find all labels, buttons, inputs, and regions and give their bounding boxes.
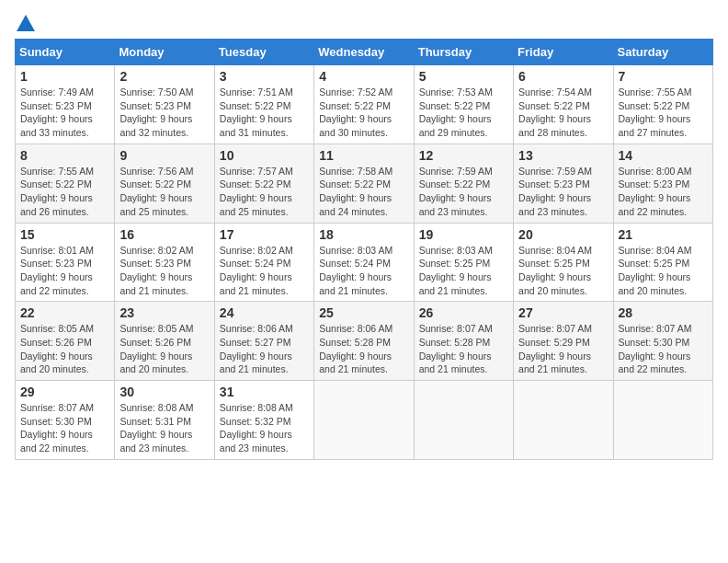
empty-cell: [414, 381, 513, 460]
day-info: Sunrise: 8:06 AMSunset: 5:27 PMDaylight:…: [220, 323, 293, 374]
day-info: Sunrise: 8:07 AMSunset: 5:30 PMDaylight:…: [20, 402, 94, 454]
day-number: 12: [419, 148, 508, 163]
calendar-day-cell: 9 Sunrise: 7:56 AMSunset: 5:22 PMDayligh…: [115, 144, 214, 223]
day-number: 27: [518, 305, 608, 320]
calendar-day-cell: 30 Sunrise: 8:08 AMSunset: 5:31 PMDaylig…: [115, 381, 214, 460]
day-number: 22: [20, 305, 109, 320]
day-number: 23: [119, 305, 209, 320]
day-number: 30: [119, 385, 209, 399]
logo-triangle-icon: [17, 15, 35, 31]
day-info: Sunrise: 7:57 AMSunset: 5:22 PMDaylight:…: [220, 166, 293, 217]
calendar-day-cell: 22 Sunrise: 8:05 AMSunset: 5:26 PMDaylig…: [16, 302, 115, 381]
day-info: Sunrise: 8:00 AMSunset: 5:23 PMDaylight:…: [619, 166, 692, 217]
day-number: 14: [619, 148, 708, 163]
calendar-day-cell: 28 Sunrise: 8:07 AMSunset: 5:30 PMDaylig…: [613, 302, 712, 381]
day-info: Sunrise: 7:50 AMSunset: 5:23 PMDaylight:…: [119, 86, 193, 138]
day-number: 24: [220, 305, 309, 320]
day-info: Sunrise: 7:58 AMSunset: 5:22 PMDaylight:…: [319, 166, 392, 217]
day-info: Sunrise: 8:02 AMSunset: 5:23 PMDaylight:…: [119, 245, 193, 296]
calendar-day-cell: 19 Sunrise: 8:03 AMSunset: 5:25 PMDaylig…: [414, 223, 513, 302]
calendar-day-cell: 4 Sunrise: 7:52 AMSunset: 5:22 PMDayligh…: [314, 65, 414, 144]
day-info: Sunrise: 8:03 AMSunset: 5:25 PMDaylight:…: [419, 245, 493, 296]
day-info: Sunrise: 8:06 AMSunset: 5:28 PMDaylight:…: [319, 323, 392, 374]
calendar-day-cell: 31 Sunrise: 8:08 AMSunset: 5:32 PMDaylig…: [214, 381, 313, 460]
empty-cell: [514, 381, 613, 460]
day-number: 6: [518, 69, 608, 84]
day-info: Sunrise: 8:08 AMSunset: 5:31 PMDaylight:…: [119, 402, 193, 454]
calendar-day-cell: 7 Sunrise: 7:55 AMSunset: 5:22 PMDayligh…: [613, 65, 712, 144]
day-number: 17: [220, 227, 309, 242]
calendar-day-cell: 25 Sunrise: 8:06 AMSunset: 5:28 PMDaylig…: [314, 302, 414, 381]
calendar-day-cell: 16 Sunrise: 8:02 AMSunset: 5:23 PMDaylig…: [115, 223, 214, 302]
calendar-day-cell: 17 Sunrise: 8:02 AMSunset: 5:24 PMDaylig…: [214, 223, 313, 302]
calendar-header-row: SundayMondayTuesdayWednesdayThursdayFrid…: [16, 40, 713, 65]
calendar-day-cell: 3 Sunrise: 7:51 AMSunset: 5:22 PMDayligh…: [214, 65, 313, 144]
day-number: 9: [119, 148, 209, 163]
day-info: Sunrise: 7:51 AMSunset: 5:22 PMDaylight:…: [220, 86, 293, 138]
day-info: Sunrise: 8:05 AMSunset: 5:26 PMDaylight:…: [119, 323, 193, 374]
weekday-header-saturday: Saturday: [613, 40, 712, 65]
weekday-header-wednesday: Wednesday: [314, 40, 414, 65]
day-info: Sunrise: 8:08 AMSunset: 5:32 PMDaylight:…: [220, 402, 293, 454]
day-info: Sunrise: 7:52 AMSunset: 5:22 PMDaylight:…: [319, 86, 392, 138]
day-number: 20: [518, 227, 608, 242]
day-number: 10: [220, 148, 309, 163]
calendar-day-cell: 20 Sunrise: 8:04 AMSunset: 5:25 PMDaylig…: [514, 223, 613, 302]
weekday-header-friday: Friday: [514, 40, 613, 65]
calendar-day-cell: 27 Sunrise: 8:07 AMSunset: 5:29 PMDaylig…: [514, 302, 613, 381]
day-info: Sunrise: 7:55 AMSunset: 5:22 PMDaylight:…: [619, 86, 692, 138]
weekday-header-monday: Monday: [115, 40, 214, 65]
calendar-day-cell: 26 Sunrise: 8:07 AMSunset: 5:28 PMDaylig…: [414, 302, 513, 381]
day-info: Sunrise: 8:04 AMSunset: 5:25 PMDaylight:…: [518, 245, 592, 296]
calendar-day-cell: 29 Sunrise: 8:07 AMSunset: 5:30 PMDaylig…: [16, 381, 115, 460]
day-number: 7: [619, 69, 708, 84]
day-number: 15: [20, 227, 109, 242]
page-header: [15, 15, 713, 31]
day-info: Sunrise: 8:04 AMSunset: 5:25 PMDaylight:…: [619, 245, 692, 296]
calendar-table: SundayMondayTuesdayWednesdayThursdayFrid…: [15, 39, 713, 460]
calendar-day-cell: 18 Sunrise: 8:03 AMSunset: 5:24 PMDaylig…: [314, 223, 414, 302]
day-number: 21: [619, 227, 708, 242]
calendar-day-cell: 8 Sunrise: 7:55 AMSunset: 5:22 PMDayligh…: [16, 144, 115, 223]
calendar-day-cell: 24 Sunrise: 8:06 AMSunset: 5:27 PMDaylig…: [214, 302, 313, 381]
day-info: Sunrise: 8:05 AMSunset: 5:26 PMDaylight:…: [20, 323, 94, 374]
day-info: Sunrise: 7:55 AMSunset: 5:22 PMDaylight:…: [20, 166, 94, 217]
day-info: Sunrise: 7:54 AMSunset: 5:22 PMDaylight:…: [518, 86, 592, 138]
day-number: 18: [319, 227, 408, 242]
calendar-week-row: 1 Sunrise: 7:49 AMSunset: 5:23 PMDayligh…: [16, 65, 713, 144]
calendar-day-cell: 6 Sunrise: 7:54 AMSunset: 5:22 PMDayligh…: [514, 65, 613, 144]
day-info: Sunrise: 7:59 AMSunset: 5:23 PMDaylight:…: [518, 166, 592, 217]
day-number: 26: [419, 305, 508, 320]
weekday-header-tuesday: Tuesday: [214, 40, 313, 65]
day-number: 31: [220, 385, 309, 399]
day-number: 13: [518, 148, 608, 163]
day-info: Sunrise: 8:02 AMSunset: 5:24 PMDaylight:…: [220, 245, 293, 296]
logo: [15, 15, 35, 31]
day-number: 5: [419, 69, 508, 84]
weekday-header-sunday: Sunday: [16, 40, 115, 65]
calendar-day-cell: 15 Sunrise: 8:01 AMSunset: 5:23 PMDaylig…: [16, 223, 115, 302]
day-number: 28: [619, 305, 708, 320]
calendar-week-row: 29 Sunrise: 8:07 AMSunset: 5:30 PMDaylig…: [16, 381, 713, 460]
calendar-day-cell: 21 Sunrise: 8:04 AMSunset: 5:25 PMDaylig…: [613, 223, 712, 302]
day-number: 2: [119, 69, 209, 84]
calendar-day-cell: 10 Sunrise: 7:57 AMSunset: 5:22 PMDaylig…: [214, 144, 313, 223]
weekday-header-thursday: Thursday: [414, 40, 513, 65]
day-number: 16: [119, 227, 209, 242]
calendar-week-row: 22 Sunrise: 8:05 AMSunset: 5:26 PMDaylig…: [16, 302, 713, 381]
day-info: Sunrise: 7:56 AMSunset: 5:22 PMDaylight:…: [119, 166, 193, 217]
day-number: 25: [319, 305, 408, 320]
calendar-day-cell: 14 Sunrise: 8:00 AMSunset: 5:23 PMDaylig…: [613, 144, 712, 223]
calendar-day-cell: 12 Sunrise: 7:59 AMSunset: 5:22 PMDaylig…: [414, 144, 513, 223]
day-number: 1: [20, 69, 109, 84]
day-info: Sunrise: 8:07 AMSunset: 5:28 PMDaylight:…: [419, 323, 493, 374]
day-number: 11: [319, 148, 408, 163]
empty-cell: [613, 381, 712, 460]
day-number: 8: [20, 148, 109, 163]
calendar-day-cell: 13 Sunrise: 7:59 AMSunset: 5:23 PMDaylig…: [514, 144, 613, 223]
day-info: Sunrise: 8:07 AMSunset: 5:30 PMDaylight:…: [619, 323, 692, 374]
day-info: Sunrise: 8:07 AMSunset: 5:29 PMDaylight:…: [518, 323, 592, 374]
day-number: 4: [319, 69, 408, 84]
day-info: Sunrise: 7:59 AMSunset: 5:22 PMDaylight:…: [419, 166, 493, 217]
day-info: Sunrise: 8:01 AMSunset: 5:23 PMDaylight:…: [20, 245, 94, 296]
